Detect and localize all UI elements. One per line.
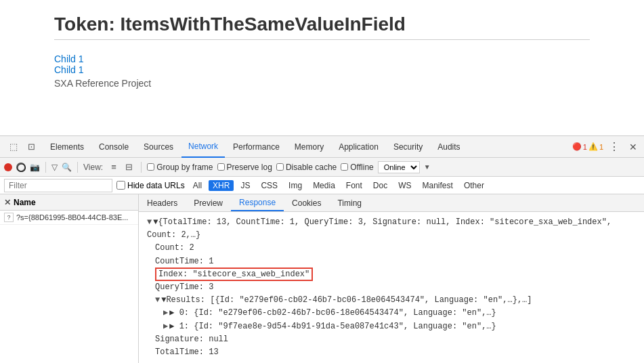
hide-data-urls-label: Hide data URLs [116,181,185,190]
index-highlight: Index: "sitecore_sxa_web_index" [155,268,313,281]
page-title: Token: ItemsWithTheSameValueInField [54,14,590,35]
warn-badge: ⚠️ 1 [588,142,603,151]
inspect-icon[interactable]: ⬚ [7,140,20,154]
devtools-panel: ⬚ ⊡ Elements Console Sources Network Per… [0,135,644,363]
view-label: View: [83,163,103,172]
stop-recording-button[interactable]: ◯ [16,163,26,172]
offline-checkbox[interactable] [341,163,348,171]
separator [45,162,46,173]
disable-cache-checkbox[interactable] [276,163,284,171]
detail-panel: Headers Preview Response Cookies Timing … [139,194,644,363]
disable-cache-label: Disable cache [276,163,337,172]
json-count-time-line: CountTime: 1 [147,255,636,268]
filter-other[interactable]: Other [460,180,488,191]
json-result1-line: ▶▶ 1: {Id: "9f7eae8e-9d54-4b91-91da-5ea0… [147,320,636,333]
tab-audits[interactable]: Audits [431,136,467,158]
offline-label: Offline [341,163,373,172]
filter-type-buttons: All XHR JS CSS Img Media Font Doc WS Man… [189,180,488,191]
record-button[interactable] [4,163,12,171]
divider [54,39,590,40]
devtools-body: ✕ Name ? ?s={88D61995-8B04-44CB-83E... H… [0,194,644,363]
close-request-panel-icon[interactable]: ✕ [4,198,11,207]
expand-result0-icon[interactable]: ▶ [163,308,168,318]
filter-ws[interactable]: WS [394,180,415,191]
expand-results-icon[interactable]: ▼ [155,295,160,305]
filter-font[interactable]: Font [342,180,366,191]
json-signature-line: Signature: null [147,333,636,346]
json-results-line: ▼▼Results: [{Id: "e279ef06-cb02-46b7-bc0… [147,294,636,307]
filter-img[interactable]: Img [284,180,306,191]
expand-result1-icon[interactable]: ▶ [163,322,168,331]
group-by-frame-checkbox[interactable] [147,163,154,171]
list-view-icon[interactable]: ≡ [107,161,121,174]
json-count-line: Count: 2 [147,242,636,255]
filter-manifest[interactable]: Manifest [418,180,457,191]
project-name: SXA Reference Project [54,78,590,89]
filter-input[interactable] [4,179,112,192]
separator2 [77,162,78,173]
error-badge: 🔴 1 [572,142,587,151]
throttle-select[interactable]: Online [378,161,420,173]
filter-css[interactable]: CSS [257,180,282,191]
filter-xhr[interactable]: XHR [209,180,234,191]
hide-data-urls-checkbox[interactable] [116,181,125,190]
detail-content: ▼▼{TotalTime: 13, CountTime: 1, QueryTim… [139,212,644,363]
tab-timing[interactable]: Timing [329,194,370,211]
tab-preview[interactable]: Preview [186,194,231,211]
request-row[interactable]: ? ?s={88D61995-8B04-44CB-83E... [0,211,138,225]
tab-sources[interactable]: Sources [137,136,180,158]
group-by-frame-label: Group by frame [147,163,213,172]
camera-icon[interactable]: 📷 [30,163,40,172]
filter-doc[interactable]: Doc [369,180,391,191]
preserve-log-checkbox[interactable] [217,163,225,171]
breadcrumb-child1[interactable]: Child 1 [54,54,590,64]
tab-memory[interactable]: Memory [288,136,330,158]
filter-js[interactable]: JS [236,180,254,191]
preserve-log-label: Preserve log [217,163,272,172]
filter-icon[interactable]: ▽ [51,163,58,172]
throttle-dropdown-icon[interactable]: ▼ [424,163,431,171]
filter-all[interactable]: All [189,180,206,191]
tab-network[interactable]: Network [181,136,225,158]
tab-console[interactable]: Console [92,136,135,158]
separator3 [141,162,142,173]
detail-tab-bar: Headers Preview Response Cookies Timing [139,194,644,212]
json-root-line: ▼▼{TotalTime: 13, CountTime: 1, QueryTim… [147,216,636,242]
devtools-icons: ⬚ ⊡ [3,140,42,154]
json-query-time-line: QueryTime: 3 [147,281,636,294]
close-devtools-icon[interactable]: ✕ [625,142,641,152]
request-name: ?s={88D61995-8B04-44CB-83E... [16,213,128,221]
device-icon[interactable]: ⊡ [24,140,38,154]
devtools-tab-bar: ⬚ ⊡ Elements Console Sources Network Per… [0,136,644,158]
expand-root-icon[interactable]: ▼ [147,217,152,227]
tab-elements[interactable]: Elements [43,136,91,158]
name-column-header: Name [14,198,134,207]
breadcrumb-list: Child 1 Child 1 [54,54,590,75]
json-index-line: Index: "sitecore_sxa_web_index" [147,268,636,281]
main-content: Token: ItemsWithTheSameValueInField Chil… [0,0,644,102]
request-type-icon: ? [4,213,14,222]
search-icon[interactable]: 🔍 [62,163,72,172]
tab-security[interactable]: Security [387,136,429,158]
more-options-icon[interactable]: ⋮ [605,140,624,153]
tab-cookies[interactable]: Cookies [284,194,329,211]
filter-bar: Hide data URLs All XHR JS CSS Img Media … [0,177,644,194]
view-icons: ≡ ⊟ [107,161,135,174]
filter-media[interactable]: Media [309,180,339,191]
breadcrumb-child1-2[interactable]: Child 1 [54,64,590,75]
requests-panel: ✕ Name ? ?s={88D61995-8B04-44CB-83E... [0,194,139,363]
large-view-icon[interactable]: ⊟ [122,161,135,174]
tab-response[interactable]: Response [231,194,284,211]
tab-application[interactable]: Application [332,136,385,158]
tab-performance[interactable]: Performance [226,136,286,158]
network-toolbar: ◯ 📷 ▽ 🔍 View: ≡ ⊟ Group by frame Preserv… [0,158,644,177]
json-total-time-line: TotalTime: 13 [147,346,636,359]
requests-header: ✕ Name [0,194,138,211]
json-result0-line: ▶▶ 0: {Id: "e279ef06-cb02-46b7-bc06-18e0… [147,307,636,320]
tab-headers[interactable]: Headers [139,194,186,211]
